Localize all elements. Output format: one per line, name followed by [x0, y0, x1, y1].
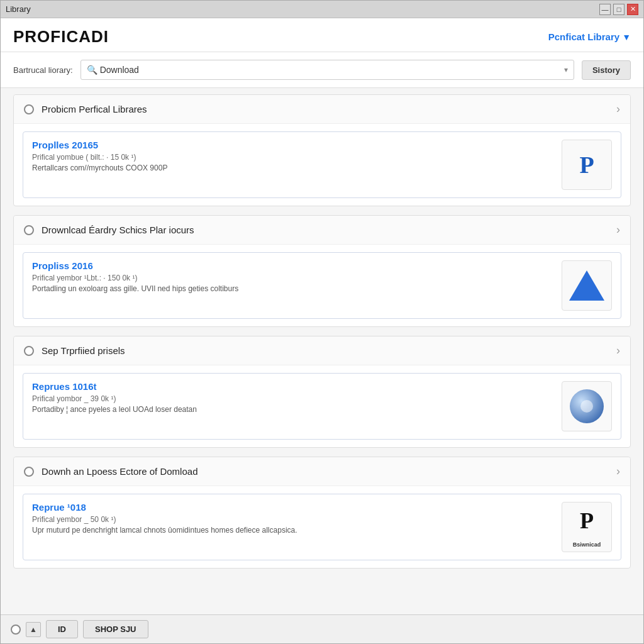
section-3-title: Sep Trprfiied prisels — [42, 345, 616, 356]
main-scroll-area: Probicm Perfical Librares › Proplles 201… — [1, 88, 643, 614]
search-icon: 🔍 — [87, 65, 97, 75]
section-1-header[interactable]: Probicm Perfical Librares › — [14, 95, 630, 124]
item-2-desc: Portadling un exoloarg ass gille. UVIl n… — [32, 284, 553, 293]
library-link-text: Pcnficat Library — [548, 31, 619, 42]
history-button[interactable]: Sistory — [582, 60, 631, 80]
search-input-wrap: 🔍 ▾ — [80, 60, 574, 80]
item-4-name[interactable]: Reprue ¹018 — [32, 502, 553, 513]
item-card-3: Reprues 1016t Prifical yombor _ 39 0k ¹)… — [23, 373, 621, 440]
section-3-chevron: › — [616, 344, 620, 357]
item-4-meta1: Prifical yembor _ 50 0k ¹) — [32, 515, 553, 524]
section-4-radio[interactable] — [24, 467, 34, 477]
close-button[interactable]: ✕ — [627, 4, 638, 15]
section-2: Drownlcad Éardry Schics Plar iocurs › Pr… — [13, 215, 631, 327]
section-1-body: Proplles 20165 Prifical yombue ( bilt.: … — [14, 124, 630, 206]
item-2-name[interactable]: Propliss 2016 — [32, 260, 553, 271]
item-card-2: Propliss 2016 Prifical yembor ¹Lbt.: · 1… — [23, 252, 621, 319]
item-4-icon[interactable]: P Bsiwnicad — [562, 502, 612, 552]
item-card-1: Proplles 20165 Prifical yombue ( bilt.: … — [23, 131, 621, 198]
section-1-chevron: › — [616, 103, 620, 116]
item-2-meta1: Prifical yembor ¹Lbt.: · 150 0k ¹) — [32, 274, 553, 282]
content-area: PROFICADI Pcnficat Library ▼ Bartrucal l… — [1, 18, 643, 643]
maximize-button[interactable]: □ — [613, 4, 625, 15]
search-dropdown-arrow[interactable]: ▾ — [564, 65, 568, 74]
section-3-header[interactable]: Sep Trprfiied prisels › — [14, 336, 630, 365]
search-input[interactable] — [80, 60, 574, 80]
search-bar-row: Bartrucal liorary: 🔍 ▾ Sistory — [1, 52, 643, 88]
item-3-meta1: Prifical yombor _ 39 0k ¹) — [32, 394, 553, 403]
item-1-name[interactable]: Proplles 20165 — [32, 140, 553, 150]
item-info-3: Reprues 1016t Prifical yombor _ 39 0k ¹)… — [32, 381, 553, 414]
item-1-icon: P — [562, 140, 612, 190]
item-1-desc: Rertallcars com//myrchouts COOX 900P — [32, 164, 553, 172]
section-4-header[interactable]: Downh an Lpoess Ectore of Domload › — [14, 457, 630, 486]
section-1: Probicm Perfical Librares › Proplles 201… — [13, 94, 631, 206]
library-link[interactable]: Pcnficat Library ▼ — [548, 31, 631, 42]
title-bar: Library — □ ✕ — [1, 1, 643, 18]
bottom-bar: ▲ ID SHOP SJU — [1, 614, 643, 643]
item-3-icon — [562, 381, 612, 431]
window-title: Library — [6, 4, 31, 14]
title-bar-controls: — □ ✕ — [599, 4, 638, 15]
main-window: Library — □ ✕ PROFICADI Pcnficat Library… — [0, 0, 644, 644]
section-2-header[interactable]: Drownlcad Éardry Schics Plar iocurs › — [14, 216, 630, 245]
sort-icon[interactable]: ▲ — [26, 622, 41, 637]
section-3-body: Reprues 1016t Prifical yombor _ 39 0k ¹)… — [14, 365, 630, 447]
section-3-radio[interactable] — [24, 346, 34, 356]
section-3: Sep Trprfiied prisels › Reprues 1016t Pr… — [13, 336, 631, 448]
p-download-icon: P — [580, 508, 594, 534]
item-info-4: Reprue ¹018 Prifical yembor _ 50 0k ¹) U… — [32, 502, 553, 535]
letter-p-icon: P — [579, 151, 594, 179]
item-info-1: Proplles 20165 Prifical yombue ( bilt.: … — [32, 140, 553, 172]
item-2-icon — [562, 260, 612, 311]
triangle-icon — [569, 270, 604, 301]
app-header: PROFICADI Pcnficat Library ▼ — [1, 18, 643, 52]
section-2-chevron: › — [616, 223, 620, 236]
section-4-body: Reprue ¹018 Prifical yembor _ 50 0k ¹) U… — [14, 486, 630, 568]
section-4: Downh an Lpoess Ectore of Domload › Repr… — [13, 457, 631, 569]
item-1-meta1: Prifical yombue ( bilt.: · 15 0k ¹) — [32, 153, 553, 162]
section-1-title: Probicm Perfical Librares — [42, 104, 616, 114]
section-2-radio[interactable] — [24, 225, 34, 235]
item-card-4: Reprue ¹018 Prifical yembor _ 50 0k ¹) U… — [23, 494, 621, 560]
section-4-title: Downh an Lpoess Ectore of Domload — [42, 466, 616, 477]
bottom-radio[interactable] — [11, 625, 21, 635]
download-label: Bsiwnicad — [573, 541, 601, 548]
section-2-title: Drownlcad Éardry Schics Plar iocurs — [42, 225, 616, 235]
section-4-chevron: › — [616, 465, 620, 478]
item-3-desc: Portadiby ¦ ance pyeles a leol UOAd lose… — [32, 405, 553, 414]
item-3-name[interactable]: Reprues 1016t — [32, 381, 553, 392]
item-4-desc: Upr muturd pe denchright lamcal chnots û… — [32, 526, 553, 535]
section-2-body: Propliss 2016 Prifical yembor ¹Lbt.: · 1… — [14, 245, 630, 326]
circle-inner — [580, 400, 593, 413]
shop-button[interactable]: SHOP SJU — [83, 620, 148, 638]
chevron-down-icon: ▼ — [622, 32, 631, 42]
title-bar-left: Library — [6, 4, 31, 14]
section-1-radio[interactable] — [24, 104, 34, 114]
id-button[interactable]: ID — [46, 620, 78, 638]
item-info-2: Propliss 2016 Prifical yembor ¹Lbt.: · 1… — [32, 260, 553, 293]
circle-icon — [570, 389, 604, 423]
app-title: PROFICADI — [13, 27, 109, 47]
search-label: Bartrucal liorary: — [13, 65, 73, 75]
minimize-button[interactable]: — — [599, 4, 611, 15]
